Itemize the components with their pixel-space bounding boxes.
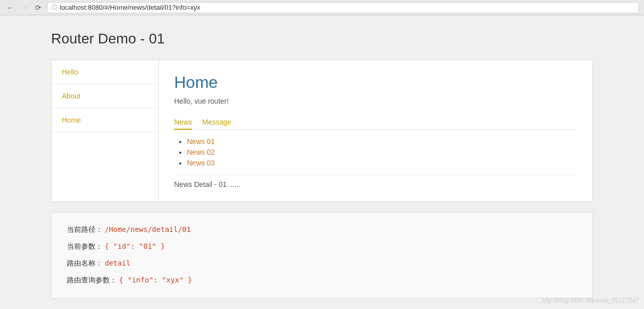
list-item: News 02 — [187, 148, 577, 156]
sidebar-link-about[interactable]: About — [62, 92, 81, 100]
debug-box: 当前路径： /Home/news/detail/01 当前参数： { "id":… — [51, 212, 593, 298]
debug-params-row: 当前参数： { "id": "01" } — [67, 242, 577, 251]
debug-query-value: { "info": "xyx" } — [119, 276, 192, 284]
news-link-01[interactable]: News 01 — [187, 137, 214, 146]
url-text: localhost:8080/#/Home/news/detail/01?inf… — [60, 4, 200, 11]
sidebar-link-hello[interactable]: Hello — [62, 68, 78, 76]
news-link-03[interactable]: News 03 — [187, 159, 214, 167]
list-item: News 03 — [187, 159, 577, 167]
debug-route-name-label: 路由名称： — [67, 259, 103, 267]
debug-query-label: 路由查询参数： — [67, 276, 117, 284]
sidebar-item-hello[interactable]: Hello — [52, 60, 158, 84]
page-title: Router Demo - 01 — [51, 31, 593, 47]
address-bar[interactable]: ⓘ localhost:8080/#/Home/news/detail/01?i… — [47, 2, 639, 13]
debug-query-row: 路由查询参数： { "info": "xyx" } — [67, 276, 577, 285]
refresh-button[interactable]: ⟳ — [34, 4, 43, 12]
news-detail: News Detail - 01 ...... — [174, 175, 577, 188]
sidebar-link-home[interactable]: Home — [62, 116, 81, 124]
sidebar: Hello About Home — [52, 60, 159, 201]
forward-button[interactable]: → — [19, 4, 30, 12]
news-list: News 01 News 02 News 03 — [174, 137, 577, 167]
home-subtitle: Hello, vue router! — [174, 97, 577, 105]
debug-route-name-value: detail — [105, 259, 131, 267]
debug-route-name-row: 路由名称： detail — [67, 259, 577, 268]
news-link-02[interactable]: News 02 — [187, 148, 214, 156]
tab-message[interactable]: Message — [202, 115, 231, 130]
sidebar-item-about[interactable]: About — [52, 84, 158, 108]
tab-news[interactable]: News — [174, 115, 192, 130]
debug-path-value: /Home/news/detail/01 — [105, 225, 191, 233]
main-area: Home Hello, vue router! News Message New… — [159, 60, 592, 201]
watermark: http://blog.csdn.net/sinat_25127047 — [542, 297, 639, 304]
main-layout: Hello About Home Home Hello, vue router!… — [51, 60, 593, 202]
sidebar-item-home[interactable]: Home — [52, 108, 158, 132]
browser-chrome: ← → ⟳ ⓘ localhost:8080/#/Home/news/detai… — [0, 0, 644, 15]
home-title: Home — [174, 73, 577, 92]
debug-params-label: 当前参数： — [67, 242, 103, 250]
debug-path-label: 当前路径： — [67, 225, 103, 233]
debug-params-value: { "id": "01" } — [105, 242, 165, 250]
page-content: Router Demo - 01 Hello About Home Home H… — [0, 15, 644, 309]
tab-bar: News Message — [174, 115, 577, 130]
info-icon: ⓘ — [52, 4, 57, 11]
list-item: News 01 — [187, 137, 577, 146]
debug-path-row: 当前路径： /Home/news/detail/01 — [67, 225, 577, 234]
back-button[interactable]: ← — [5, 4, 15, 12]
